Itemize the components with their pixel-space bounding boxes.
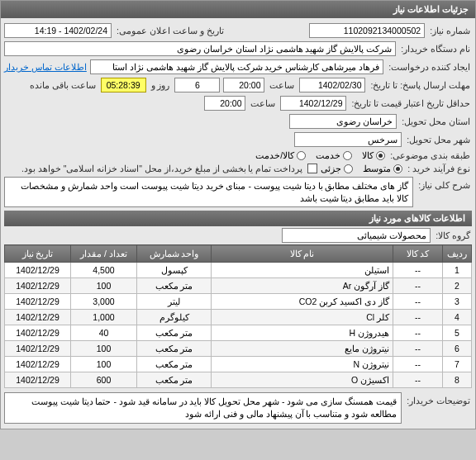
table-row[interactable]: 4--کلر Clکیلوگرم1,0001402/12/29 (5, 310, 472, 325)
cell-qty: 4,500 (71, 263, 137, 278)
cell-unit: کیلوگرم (137, 310, 212, 325)
col-row: ردیف (443, 245, 472, 263)
table-row[interactable]: 1--استیلنکپسول4,5001402/12/29 (5, 263, 472, 278)
cell-qty: 100 (71, 278, 137, 294)
cell-code: -- (393, 372, 443, 388)
cell-qty: 40 (71, 325, 137, 341)
cell-code: -- (393, 357, 443, 372)
cell-row: 6 (443, 341, 472, 357)
cell-row: 3 (443, 294, 472, 310)
cell-code: -- (393, 278, 443, 294)
announce-label: تاریخ و ساعت اعلان عمومی: (115, 26, 226, 36)
validity-label: حداقل تاریخ اعتبار قیمت تا تاریخ: (350, 98, 472, 108)
cell-name: کلر Cl (212, 310, 393, 325)
table-row[interactable]: 5--هیدروژن Hمتر مکعب401402/12/29 (5, 325, 472, 341)
remaining-label: ساعت باقی مانده (28, 80, 98, 90)
table-row[interactable]: 2--گاز آرگون Arمتر مکعب1001402/12/29 (5, 278, 472, 294)
city-value: سرخس (294, 132, 402, 147)
cell-name: گاز آرگون Ar (212, 278, 393, 294)
cell-code: -- (393, 341, 443, 357)
radio-icon (297, 151, 306, 160)
cell-code: -- (393, 294, 443, 310)
cell-qty: 1,000 (71, 310, 137, 325)
desc-text: گاز های مختلف مطابق با دیتا شیت پیوست - … (4, 177, 413, 207)
cell-date: 1402/12/29 (5, 310, 71, 325)
province-value: خراسان رضوی (289, 114, 397, 129)
cell-row: 2 (443, 278, 472, 294)
cell-name: نیتروژن مایع (212, 341, 393, 357)
col-name: نام کالا (212, 245, 393, 263)
radio-icon (343, 151, 352, 160)
province-label: استان محل تحویل: (400, 116, 472, 126)
city-label: شهر محل تحویل: (405, 135, 472, 145)
panel-title: جزئیات اطلاعات نیاز (1, 1, 475, 18)
creator-value: فرهاد میرشاهی کارشناس خرید شرکت پالایش گ… (90, 59, 383, 74)
cell-date: 1402/12/29 (5, 341, 71, 357)
buyer-value: شرکت پالایش گاز شهید هاشمی نژاد استان خر… (4, 41, 396, 56)
cell-unit: متر مکعب (137, 341, 212, 357)
cell-unit: متر مکعب (137, 357, 212, 372)
cell-date: 1402/12/29 (5, 278, 71, 294)
time-label-1: ساعت (268, 80, 296, 90)
creator-label: ایجاد کننده درخواست: (387, 62, 472, 72)
cell-name: استیلن (212, 263, 393, 278)
desc-label: شرح کلی نیاز: (416, 177, 472, 190)
cell-qty: 3,000 (71, 294, 137, 310)
validity-date: 1402/12/29 (280, 96, 346, 111)
cell-date: 1402/12/29 (5, 263, 71, 278)
details-panel: جزئیات اطلاعات نیاز شماره نیاز: 11020921… (0, 0, 476, 429)
validity-time: 20:00 (204, 96, 245, 111)
cell-row: 7 (443, 357, 472, 372)
goods-section-title: اطلاعات کالاهای مورد نیاز (4, 211, 472, 226)
cell-code: -- (393, 263, 443, 278)
deadline-time: 20:00 (223, 78, 264, 92)
radio-goods[interactable]: کالا (362, 150, 385, 160)
radio-service[interactable]: خدمت (316, 150, 352, 160)
contact-link[interactable]: اطلاعات تماس خریدار (4, 62, 87, 72)
countdown-timer: 05:28:39 (101, 78, 146, 92)
col-date: تاریخ نیاز (5, 245, 71, 263)
group-label: گروه کالا: (434, 230, 472, 240)
col-qty: تعداد / مقدار (71, 245, 137, 263)
radio-icon (344, 164, 353, 173)
notes-label: توضیحات خریدار: (405, 392, 472, 405)
group-value: محصولات شیمیائی (282, 228, 431, 243)
goods-table: ردیف کد کالا نام کالا واحد شمارش تعداد /… (4, 244, 472, 388)
radio-icon (393, 164, 402, 173)
request-no-label: شماره نیاز: (428, 26, 472, 36)
table-row[interactable]: 6--نیتروژن مایعمتر مکعب1001402/12/29 (5, 341, 472, 357)
radio-mid[interactable]: متوسط (363, 164, 402, 173)
request-no-value: 1102092134000502 (309, 23, 425, 38)
days-unit: روز و (150, 80, 172, 90)
cell-qty: 100 (71, 357, 137, 372)
table-row[interactable]: 8--اکسیژن Oمتر مکعب6001402/12/29 (5, 372, 472, 388)
cell-unit: متر مکعب (137, 278, 212, 294)
days-remaining: 6 (174, 78, 220, 92)
radio-both[interactable]: کالا/خدمت (255, 150, 306, 160)
cell-unit: کپسول (137, 263, 212, 278)
cell-name: گاز دی اکسید کربن CO2 (212, 294, 393, 310)
process-label: نوع فرآیند خرید : (406, 164, 472, 173)
cell-code: -- (393, 310, 443, 325)
cell-row: 5 (443, 325, 472, 341)
cell-qty: 600 (71, 372, 137, 388)
cell-date: 1402/12/29 (5, 357, 71, 372)
cell-date: 1402/12/29 (5, 372, 71, 388)
cell-name: هیدروژن H (212, 325, 393, 341)
cell-row: 1 (443, 263, 472, 278)
cell-unit: متر مکعب (137, 372, 212, 388)
deadline-label: مهلت ارسال پاسخ: تا تاریخ: (369, 80, 472, 90)
col-unit: واحد شمارش (137, 245, 212, 263)
notes-text: قیمت همسنگ سازی می شود - شهر محل تحویل ک… (4, 392, 402, 423)
announce-value: 1402/02/24 - 14:19 (4, 23, 112, 38)
radio-minor[interactable]: جزئی (321, 164, 353, 173)
cell-date: 1402/12/29 (5, 294, 71, 310)
col-code: کد کالا (393, 245, 443, 263)
time-label-2: ساعت (249, 98, 277, 108)
table-row[interactable]: 3--گاز دی اکسید کربن CO2لیتر3,0001402/12… (5, 294, 472, 310)
cell-row: 8 (443, 372, 472, 388)
treasury-checkbox[interactable] (307, 164, 317, 173)
table-row[interactable]: 7--نیتروژن Nمتر مکعب1001402/12/29 (5, 357, 472, 372)
cell-name: نیتروژن N (212, 357, 393, 372)
deadline-date: 1402/02/30 (299, 78, 365, 92)
